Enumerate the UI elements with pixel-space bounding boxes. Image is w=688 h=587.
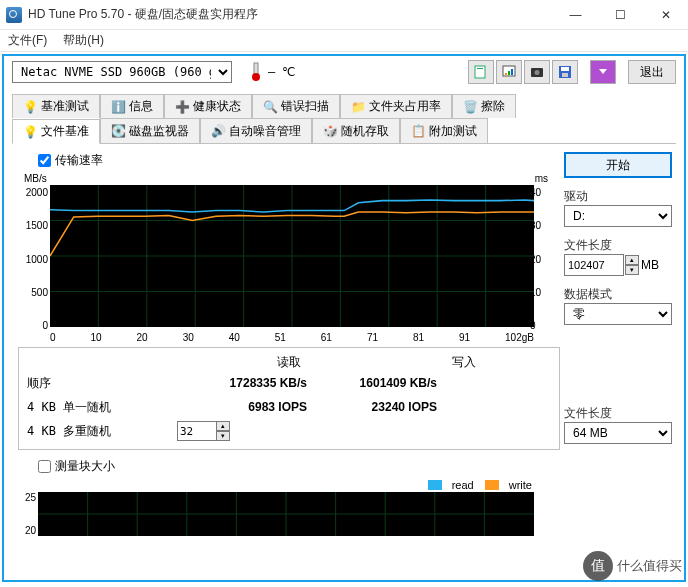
- write-header: 写入: [376, 354, 551, 371]
- tab-info[interactable]: ℹ️信息: [100, 94, 164, 118]
- watermark-icon: 值: [583, 551, 613, 581]
- options-button[interactable]: [590, 60, 616, 84]
- file-length2-select[interactable]: 64 MB: [564, 422, 672, 444]
- copy-info-button[interactable]: [468, 60, 494, 84]
- chart2-legend: read write: [18, 479, 560, 492]
- tab-health[interactable]: ➕健康状态: [164, 94, 252, 118]
- svg-rect-5: [505, 73, 507, 75]
- block-chart: 2520: [18, 492, 560, 548]
- transfer-chart: MB/s ms 2000150010005000 403020100: [18, 173, 560, 343]
- svg-rect-12: [562, 73, 568, 77]
- tab-folder-usage[interactable]: 📁文件夹占用率: [340, 94, 452, 118]
- file-benchmark-icon: 💡: [23, 125, 37, 139]
- maximize-button[interactable]: ☐: [598, 0, 643, 30]
- svg-rect-11: [561, 67, 569, 71]
- temperature: — ℃: [248, 62, 295, 82]
- seq-label: 顺序: [27, 375, 167, 392]
- block-size-label: 测量块大小: [55, 458, 115, 475]
- tab-disk-monitor[interactable]: 💽磁盘监视器: [100, 118, 200, 143]
- file-length2-label: 文件长度: [564, 405, 672, 422]
- read-header: 读取: [202, 354, 377, 371]
- drive-label: 驱动: [564, 188, 672, 205]
- transfer-rate-label: 传输速率: [55, 152, 103, 169]
- svg-point-9: [535, 70, 540, 75]
- exit-button[interactable]: 退出: [628, 60, 676, 84]
- drive-select[interactable]: Netac NVME SSD 960GB (960 gB): [12, 61, 232, 83]
- toolbar: Netac NVME SSD 960GB (960 gB) — ℃ 退出: [4, 56, 684, 88]
- y-left-axis: 2000150010005000: [18, 187, 48, 331]
- y-right-unit: ms: [535, 173, 548, 184]
- info-icon: ℹ️: [111, 100, 125, 114]
- tab-random-access[interactable]: 🎲随机存取: [312, 118, 400, 143]
- tab-aam[interactable]: 🔊自动噪音管理: [200, 118, 312, 143]
- tab-benchmark[interactable]: 💡基准测试: [12, 94, 100, 118]
- titlebar: HD Tune Pro 5.70 - 硬盘/固态硬盘实用程序 — ☐ ✕: [0, 0, 688, 30]
- transfer-rate-checkbox[interactable]: [38, 154, 51, 167]
- 4k-single-write: 23240 IOPS: [307, 400, 437, 414]
- file-length-label: 文件长度: [564, 237, 672, 254]
- app-frame: Netac NVME SSD 960GB (960 gB) — ℃ 退出 💡基准…: [2, 54, 686, 582]
- sound-icon: 🔊: [211, 124, 225, 138]
- minimize-button[interactable]: —: [553, 0, 598, 30]
- tab-extra-tests[interactable]: 📋附加测试: [400, 118, 488, 143]
- block-size-checkbox[interactable]: [38, 460, 51, 473]
- svg-rect-2: [475, 66, 485, 78]
- folder-icon: 📁: [351, 100, 365, 114]
- screenshot-button[interactable]: [524, 60, 550, 84]
- seq-read: 1728335 KB/s: [177, 376, 307, 390]
- menu-help[interactable]: 帮助(H): [63, 32, 104, 49]
- y-right-axis: 403020100: [530, 187, 560, 331]
- seq-write: 1601409 KB/s: [307, 376, 437, 390]
- file-length-stepper[interactable]: ▴▾: [625, 255, 639, 275]
- 4k-multi-label: 4 KB 多重随机: [27, 423, 167, 440]
- svg-rect-6: [508, 71, 510, 75]
- app-icon: [6, 7, 22, 23]
- y-left-unit: MB/s: [24, 173, 47, 184]
- queue-depth-input[interactable]: 32: [177, 421, 217, 441]
- temperature-value: — ℃: [268, 65, 295, 79]
- x-axis: 0102030405161718191102gB: [50, 332, 534, 343]
- extra-icon: 📋: [411, 124, 425, 138]
- erase-icon: 🗑️: [463, 100, 477, 114]
- data-mode-select[interactable]: 零: [564, 303, 672, 325]
- monitor-icon: 💽: [111, 124, 125, 138]
- health-icon: ➕: [175, 100, 189, 114]
- random-icon: 🎲: [323, 124, 337, 138]
- 4k-single-label: 4 KB 单一随机: [27, 399, 167, 416]
- menubar: 文件(F) 帮助(H): [0, 30, 688, 52]
- window-title: HD Tune Pro 5.70 - 硬盘/固态硬盘实用程序: [28, 6, 553, 23]
- svg-rect-3: [477, 68, 483, 69]
- data-mode-label: 数据模式: [564, 286, 672, 303]
- tab-error-scan[interactable]: 🔍错误扫描: [252, 94, 340, 118]
- menu-file[interactable]: 文件(F): [8, 32, 47, 49]
- close-button[interactable]: ✕: [643, 0, 688, 30]
- copy-screenshot-button[interactable]: [496, 60, 522, 84]
- watermark: 值 什么值得买: [583, 551, 682, 581]
- sidebar: 开始 驱动 D: 文件长度 ▴▾ MB 数据模式 零 文件长度 64 MB: [564, 144, 684, 580]
- svg-rect-7: [511, 69, 513, 75]
- save-button[interactable]: [552, 60, 578, 84]
- queue-depth-stepper[interactable]: ▴▾: [216, 421, 230, 441]
- results-table: 读取 写入 顺序 1728335 KB/s 1601409 KB/s 4 KB …: [18, 347, 560, 450]
- benchmark-icon: 💡: [23, 100, 37, 114]
- file-length-unit: MB: [641, 258, 659, 272]
- thermometer-icon: [248, 62, 264, 82]
- file-length-input[interactable]: [564, 254, 624, 276]
- scan-icon: 🔍: [263, 100, 277, 114]
- chart-svg: [50, 185, 534, 327]
- 4k-single-read: 6983 IOPS: [177, 400, 307, 414]
- tab-erase[interactable]: 🗑️擦除: [452, 94, 516, 118]
- svg-point-1: [252, 73, 260, 81]
- tab-file-benchmark[interactable]: 💡文件基准: [12, 119, 100, 144]
- tabs: 💡基准测试 ℹ️信息 ➕健康状态 🔍错误扫描 📁文件夹占用率 🗑️擦除 💡文件基…: [4, 88, 684, 144]
- start-button[interactable]: 开始: [564, 152, 672, 178]
- drive-letter-select[interactable]: D:: [564, 205, 672, 227]
